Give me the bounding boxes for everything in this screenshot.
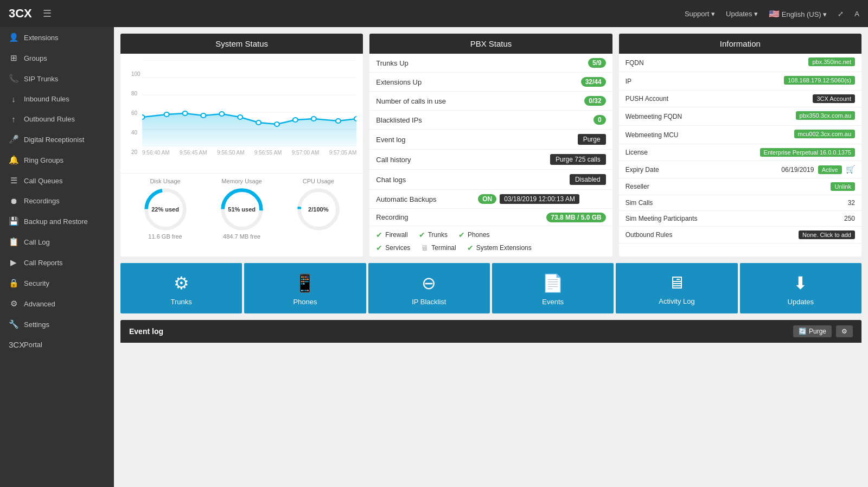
svg-point-6 (164, 112, 169, 117)
event-log-purge-button[interactable]: 🔄 Purge (793, 325, 832, 337)
line-chart: 9:56:40 AM 9:56:45 AM 9:56:50 AM 9:56:55… (142, 60, 356, 152)
purge-event-log-button[interactable]: Purge (578, 134, 606, 145)
sidebar-item-extensions[interactable]: 👤Extensions (0, 27, 114, 48)
table-row: Event log Purge (369, 130, 612, 150)
event-log-bar: Event log 🔄 Purge ⚙ (120, 320, 861, 343)
sidebar-label-portal: Portal (24, 341, 42, 349)
sidebar-icon-call-log: 📋 (9, 237, 18, 247)
quick-btn-updates[interactable]: ⬇Updates (740, 263, 861, 313)
unlink-button[interactable]: Unlink (831, 182, 855, 191)
information-header: Information (619, 34, 861, 54)
table-row: Extensions Up 32/44 (369, 73, 612, 92)
quick-btn-icon-ip-blacklist: ⊖ (373, 273, 486, 293)
topnav: 3CX ☰ Support ▾ Updates ▾ 🇺🇸 English (US… (0, 0, 868, 27)
sidebar-label-groups: Groups (24, 54, 47, 62)
table-row: Sim Meeting Participants 250 (619, 211, 861, 227)
quick-btn-trunks[interactable]: ⚙Trunks (120, 263, 242, 313)
system-status-card: System Status 100 80 60 40 20 (120, 34, 363, 257)
table-row: Chat logs Disabled (369, 170, 612, 190)
sidebar-item-sip-trunks[interactable]: 📞SIP Trunks (0, 68, 114, 89)
sidebar-item-portal[interactable]: 3CXPortal (0, 335, 114, 355)
sidebar-label-digital-receptionist: Digital Receptionist (24, 136, 84, 144)
memory-usage: Memory Usage 51% used 484.7 MB free (220, 178, 264, 240)
sidebar-item-outbound-rules[interactable]: ↑Outbound Rules (0, 109, 114, 129)
user-menu[interactable]: A (854, 10, 859, 18)
status-trunks: ✔ Trunks (419, 230, 448, 239)
quick-btn-label-phones: Phones (248, 298, 361, 306)
usage-row: Disk Usage 22% used 11.6 GB free Memory … (120, 173, 363, 242)
chat-logs-button[interactable]: Disabled (570, 174, 606, 185)
quick-btn-events[interactable]: 📄Events (492, 263, 614, 313)
quick-btn-icon-activity-log: 🖥 (620, 273, 733, 293)
disk-donut: 22% used (144, 188, 187, 231)
sidebar-item-groups[interactable]: ⊞Groups (0, 48, 114, 68)
sidebar-icon-settings: 🔧 (9, 319, 18, 329)
table-row: PUSH Account 3CX Account (619, 91, 861, 107)
cards-row: System Status 100 80 60 40 20 (120, 34, 861, 257)
quick-btn-label-activity-log: Activity Log (620, 297, 733, 305)
svg-point-14 (311, 117, 316, 121)
main-layout: 👤Extensions⊞Groups📞SIP Trunks↓Inbound Ru… (0, 27, 868, 487)
sidebar-label-outbound-rules: Outbound Rules (24, 115, 75, 123)
sidebar-icon-call-queues: ☰ (9, 176, 18, 185)
quick-btn-activity-log[interactable]: 🖥Activity Log (616, 263, 737, 313)
sidebar-item-settings[interactable]: 🔧Settings (0, 314, 114, 335)
quick-btn-icon-trunks: ⚙ (125, 273, 238, 293)
cart-icon[interactable]: 🛒 (846, 165, 855, 174)
sidebar-icon-backup-restore: 💾 (9, 216, 18, 226)
sidebar-icon-recordings: ⏺ (9, 196, 18, 206)
svg-point-12 (275, 122, 279, 126)
quick-btn-label-ip-blacklist: IP Blacklist (373, 298, 486, 306)
sidebar-icon-call-reports: ▶ (9, 258, 18, 267)
sidebar-label-settings: Settings (24, 321, 49, 329)
sidebar-icon-inbound-rules: ↓ (9, 94, 18, 104)
svg-point-15 (336, 119, 341, 123)
hamburger-icon[interactable]: ☰ (43, 8, 52, 20)
sidebar-label-call-log: Call Log (24, 238, 50, 246)
quick-btn-ip-blacklist[interactable]: ⊖IP Blacklist (368, 263, 490, 313)
sidebar-item-backup-restore[interactable]: 💾Backup and Restore (0, 211, 114, 232)
sidebar-item-call-reports[interactable]: ▶Call Reports (0, 252, 114, 273)
event-log-settings-button[interactable]: ⚙ (836, 325, 853, 337)
sidebar-item-inbound-rules[interactable]: ↓Inbound Rules (0, 89, 114, 109)
sidebar-item-digital-receptionist[interactable]: 🎤Digital Receptionist (0, 129, 114, 150)
support-link[interactable]: Support ▾ (685, 10, 715, 18)
sidebar-icon-groups: ⊞ (9, 53, 18, 63)
quick-btn-phones[interactable]: 📱Phones (244, 263, 366, 313)
status-services: ✔ Services (376, 244, 410, 252)
table-row: FQDN pbx.350inc.net (619, 54, 861, 72)
sidebar-item-security[interactable]: 🔒Security (0, 273, 114, 293)
purge-call-history-button[interactable]: Purge 725 calls (550, 154, 606, 165)
sidebar-item-advanced[interactable]: ⚙Advanced (0, 293, 114, 314)
svg-point-11 (256, 120, 261, 125)
information-card: Information FQDN pbx.350inc.net IP 108.1… (619, 34, 861, 257)
table-row: Trunks Up 5/9 (369, 54, 612, 73)
quick-btn-icon-updates: ⬇ (744, 273, 857, 293)
sidebar: 👤Extensions⊞Groups📞SIP Trunks↓Inbound Ru… (0, 27, 114, 487)
sidebar-icon-outbound-rules: ↑ (9, 114, 18, 124)
sidebar-icon-ring-groups: 🔔 (9, 155, 18, 165)
sidebar-item-recordings[interactable]: ⏺Recordings (0, 191, 114, 211)
expand-button[interactable]: ⤢ (838, 10, 844, 18)
sidebar-label-call-reports: Call Reports (24, 259, 63, 267)
chart-area: 100 80 60 40 20 (120, 54, 363, 173)
status-icons-row2: ✔ Services 🖥 Terminal ✔ System Extension… (369, 244, 612, 257)
quick-btn-label-updates: Updates (744, 298, 857, 306)
language-link[interactable]: 🇺🇸 English (US) ▾ (769, 9, 827, 19)
svg-point-9 (219, 112, 224, 116)
status-phones: ✔ Phones (458, 230, 490, 239)
cpu-donut: 2/100% (297, 188, 340, 231)
sidebar-label-security: Security (24, 279, 49, 287)
svg-point-10 (238, 115, 242, 119)
sidebar-item-ring-groups[interactable]: 🔔Ring Groups (0, 150, 114, 170)
sidebar-item-call-queues[interactable]: ☰Call Queues (0, 170, 114, 191)
logo: 3CX (9, 7, 32, 21)
pbx-status-card: PBX Status Trunks Up 5/9 Extensions Up 3… (369, 34, 612, 257)
sidebar-item-call-log[interactable]: 📋Call Log (0, 232, 114, 252)
disk-usage: Disk Usage 22% used 11.6 GB free (144, 178, 187, 240)
quick-buttons-row: ⚙Trunks📱Phones⊖IP Blacklist📄Events🖥Activ… (120, 263, 861, 313)
table-row: Expiry Date 06/19/2019 Active 🛒 (619, 161, 861, 178)
quick-btn-label-trunks: Trunks (125, 298, 238, 306)
updates-link[interactable]: Updates ▾ (726, 10, 758, 18)
add-outbound-rules-button[interactable]: None. Click to add (799, 230, 855, 239)
